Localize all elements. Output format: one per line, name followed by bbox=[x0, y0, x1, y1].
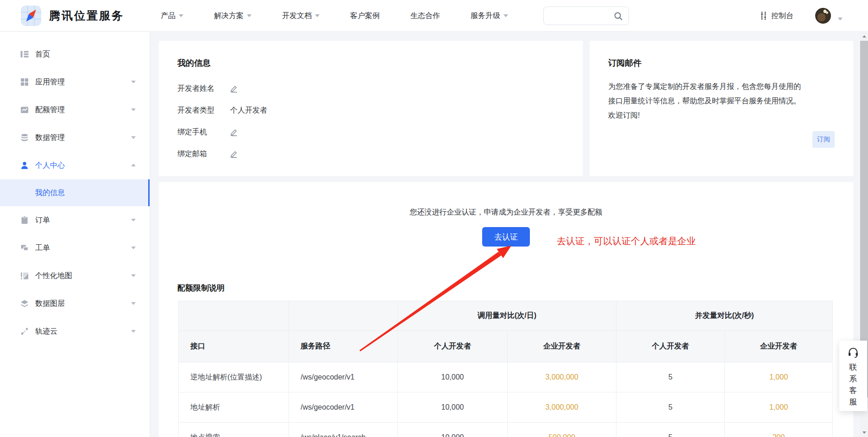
sidebar-item-track[interactable]: 轨迹云 bbox=[0, 317, 150, 345]
chevron-down-icon bbox=[247, 14, 252, 17]
user-icon bbox=[20, 161, 29, 170]
console-sliders-icon bbox=[760, 11, 767, 20]
nav-solutions[interactable]: 解决方案 bbox=[214, 11, 252, 21]
chevron-down-icon bbox=[131, 81, 136, 83]
chevron-down-icon bbox=[179, 14, 183, 17]
brand-logo-icon[interactable] bbox=[21, 6, 41, 26]
subscribe-card: 订阅邮件 为您准备了专属定制的开发者服务月报，包含您每月使用的 接口用量统计等信… bbox=[590, 41, 853, 176]
chevron-down-icon bbox=[131, 136, 136, 139]
my-info-title: 我的信息 bbox=[177, 57, 564, 69]
chevron-down-icon bbox=[315, 14, 320, 17]
table-row: 地点搜索 /ws/place/v1/search 10,000 500,000 … bbox=[179, 423, 833, 437]
sidebar-item-custom-map[interactable]: 个性化地图 bbox=[0, 262, 150, 290]
chevron-down-icon bbox=[131, 219, 136, 222]
info-row-email: 绑定邮箱 bbox=[177, 149, 564, 159]
headset-icon bbox=[847, 347, 859, 359]
database-icon bbox=[20, 133, 29, 142]
quota-limits-title: 配额限制说明 bbox=[177, 283, 225, 293]
sidebar-item-data[interactable]: 数据管理 bbox=[0, 124, 150, 152]
contact-support-widget[interactable]: 联 系 客 服 bbox=[839, 341, 867, 411]
sidebar-item-apps[interactable]: 应用管理 bbox=[0, 68, 150, 96]
chevron-down-icon bbox=[131, 302, 136, 305]
search-input[interactable] bbox=[543, 6, 629, 25]
sidebar-item-layers[interactable]: 数据图层 bbox=[0, 290, 150, 317]
nav-upgrade[interactable]: 服务升级 bbox=[471, 11, 508, 21]
home-list-icon bbox=[20, 50, 29, 59]
edit-pencil-icon[interactable] bbox=[230, 85, 238, 93]
nav-eco[interactable]: 生态合作 bbox=[410, 11, 440, 21]
scroll-up-arrow[interactable] bbox=[862, 35, 866, 38]
subscribe-description: 为您准备了专属定制的开发者服务月报，包含您每月使用的 接口用量统计等信息，帮助您… bbox=[608, 79, 835, 122]
chevron-down-icon bbox=[131, 247, 136, 249]
annotation-text: 去认证，可以认证个人或者是企业 bbox=[557, 235, 696, 247]
chevron-down-icon bbox=[131, 330, 136, 333]
custom-map-icon bbox=[20, 271, 29, 280]
sidebar-item-profile[interactable]: 个人中心 bbox=[0, 152, 150, 179]
info-row-name: 开发者姓名 bbox=[177, 83, 564, 94]
sidebar-item-quota[interactable]: 配额管理 bbox=[0, 96, 150, 124]
nav-products[interactable]: 产品 bbox=[161, 11, 183, 21]
chevron-down-icon bbox=[131, 108, 136, 111]
brand-title[interactable]: 腾讯位置服务 bbox=[49, 0, 124, 32]
my-info-card: 我的信息 开发者姓名 开发者类型 个人开发者 绑定手机 绑定邮箱 bbox=[159, 41, 583, 176]
group-header-concurrency: 并发量对比(次/秒) bbox=[616, 301, 833, 331]
scroll-down-arrow[interactable] bbox=[862, 431, 866, 434]
top-header: 腾讯位置服务 产品 解决方案 开发文档 客户案例 生态合作 服务升级 控制台 bbox=[0, 0, 868, 32]
avatar-chevron-down-icon[interactable] bbox=[837, 14, 843, 23]
track-cloud-icon bbox=[20, 327, 29, 336]
quota-chart-icon bbox=[20, 105, 29, 114]
avatar[interactable] bbox=[815, 8, 831, 24]
console-link[interactable]: 控制台 bbox=[760, 0, 793, 32]
info-row-type: 开发者类型 个人开发者 bbox=[177, 105, 564, 115]
subscribe-title: 订阅邮件 bbox=[608, 57, 835, 69]
chevron-up-icon bbox=[131, 164, 136, 166]
table-row: 地址解析 /ws/geocoder/v1 10,000 3,000,000 5 … bbox=[179, 393, 833, 423]
sidebar-item-tickets[interactable]: 工单 bbox=[0, 234, 150, 262]
main-nav: 产品 解决方案 开发文档 客户案例 生态合作 服务升级 bbox=[161, 0, 539, 32]
layers-icon bbox=[20, 299, 29, 308]
ticket-chat-icon bbox=[20, 243, 29, 253]
search-icon[interactable] bbox=[613, 11, 623, 21]
subscribe-button[interactable]: 订阅 bbox=[812, 131, 835, 148]
edit-pencil-icon[interactable] bbox=[230, 128, 238, 136]
chevron-down-icon bbox=[131, 274, 136, 277]
sidebar-item-orders[interactable]: 订单 bbox=[0, 206, 150, 234]
sidebar-item-home[interactable]: 首页 bbox=[0, 40, 150, 68]
nav-cases[interactable]: 客户案例 bbox=[350, 11, 380, 21]
chevron-down-icon bbox=[503, 14, 508, 17]
cert-notice: 您还没进行企业认证，申请成为企业开发者，享受更多配额 bbox=[159, 208, 853, 217]
edit-pencil-icon[interactable] bbox=[230, 150, 238, 158]
info-row-phone: 绑定手机 bbox=[177, 127, 564, 137]
annotation-arrow bbox=[352, 239, 519, 359]
sidebar-subitem-my-info[interactable]: 我的信息 bbox=[0, 179, 150, 206]
nav-docs[interactable]: 开发文档 bbox=[282, 11, 320, 21]
apps-grid-icon bbox=[20, 77, 29, 87]
order-clipboard-icon bbox=[20, 215, 29, 225]
sidebar: 首页 应用管理 配额管理 数据管理 个人中心 bbox=[0, 32, 150, 437]
table-row: 逆地址解析(位置描述) /ws/geocoder/v1 10,000 3,000… bbox=[179, 362, 833, 393]
developer-type-value: 个人开发者 bbox=[230, 106, 267, 115]
